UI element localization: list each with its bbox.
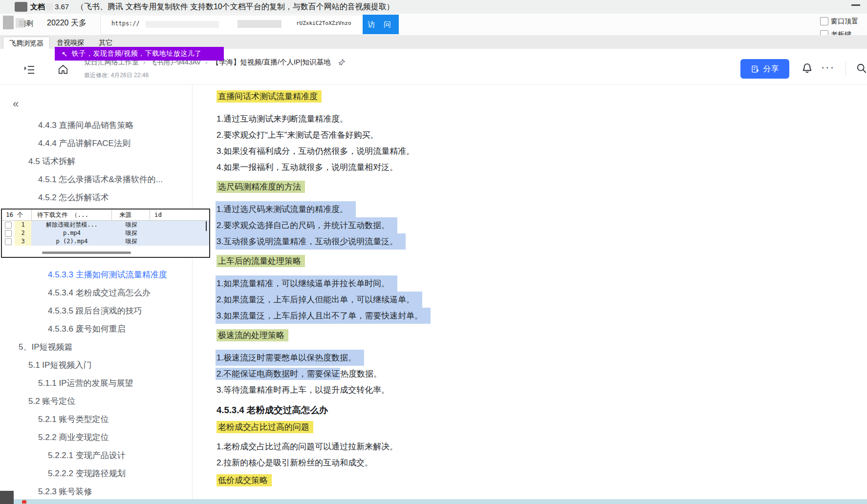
content-paragraph: 2.要求观众打“上车”来测试是否准备好购买。 [217, 127, 686, 143]
sidebar-toc-item[interactable]: 4.5.2 怎么拆解话术 [0, 189, 190, 207]
content-paragraph-selected: 1.如果流量精准，可以继续逼单并拉长单时间。 [216, 275, 397, 292]
content-paragraph-selected: 1.通过选尺码来测试流量的精准度。 [216, 201, 356, 217]
row-checkbox[interactable] [2, 237, 15, 246]
sidebar-toc-item[interactable]: 5.2 账号定位 [0, 392, 190, 410]
row-id [151, 221, 209, 229]
sidebar-toc-item[interactable]: 5.2.2.2 变现路径规划 [0, 464, 190, 483]
blur-redaction [46, 3, 53, 11]
more-menu-icon[interactable]: ··· [821, 62, 835, 73]
row-id [151, 229, 209, 237]
sniffer-tooltip-text: 铁子，发现音频/视频，下载地址放这儿了 [72, 49, 201, 58]
content-paragraph: 3.如果没有福利成分，互动仍然很多，说明流量精准。 [217, 143, 686, 159]
cursor-arrow-icon: ↖ [62, 50, 68, 58]
last-modified: 最近修改: 4月26日 22:46 [84, 71, 149, 80]
toc-list: 4.4.3 直播间单品销售策略4.4.4 产品讲解FACE法则4.5 话术拆解4… [0, 116, 190, 501]
tool-tagline: （飞书、腾讯 文档专用复制软件 支持数10个文档平台的复制，与数百个网站的音视频… [76, 2, 394, 12]
download-list-panel[interactable]: 16 个 待下载文件 （... 来源 id 1解除违规封禁模...嗅探2p.mp… [1, 209, 210, 258]
row-id [151, 237, 209, 246]
doc-content[interactable]: 直播间话术测试流量精准度1.通过互动测试来判断流量精准度。2.要求观众打“上车”… [217, 84, 686, 492]
visit-button[interactable]: 访 问 [363, 15, 399, 34]
header-divider [845, 62, 846, 76]
sidebar-toggle-icon[interactable] [23, 64, 35, 75]
content-paragraph-partial-selected: 2.不能保证电商数据时，需要保证热度数据。 [217, 366, 686, 382]
download-row[interactable]: 1解除违规封禁模...嗅探 [2, 221, 209, 229]
content-paragraph: 4.如果一报福利，互动就很多，说明流量相对泛。 [217, 159, 686, 175]
row-source: 嗅探 [112, 221, 151, 229]
green-highlight: 上车后的流量处理策略 [217, 255, 305, 267]
content-paragraph: 1.通过互动测试来判断流量精准度。 [217, 111, 686, 127]
tool-window-controls: 期剩 20220 天多 https:// rUZxkiC2ToXZzVnzo 访… [0, 14, 867, 35]
horizontal-scrollbar[interactable] [42, 252, 131, 254]
share-icon [751, 65, 759, 73]
content-heading: 极速流的处理策略 [217, 329, 686, 342]
home-icon[interactable] [58, 64, 68, 75]
sidebar-toc-item[interactable]: 5.2.3 账号装修 [0, 483, 190, 501]
content-paragraph-selected: 1.极速流泛时需要憋单以保热度数据。 [216, 350, 364, 366]
content-paragraph: 3.等待流量精准时再上车，以提升成交转化率。 [217, 382, 686, 398]
content-paragraph: 1.老粉成交占比过高的问题可以通过拉新来解决。 [217, 439, 686, 455]
sidebar-toc-item[interactable]: 4.5.1 怎么录播话术&录播软件的... [0, 170, 190, 189]
yellow-highlight: 老粉成交占比过高的问题 [217, 421, 313, 433]
sidebar-toc-item[interactable]: 5、IP短视频篇 [0, 338, 190, 356]
license-days-value: 20220 天多 [47, 18, 87, 28]
content-paragraph: 2.拉新的核心是吸引新粉丝的互动和成交。 [217, 455, 686, 471]
unselected-text: 热度数据。 [340, 369, 382, 378]
blur-redaction [146, 21, 219, 28]
content-heading: 低价成交策略 [217, 474, 686, 487]
window-on-top-label: 窗口顶置 [831, 17, 858, 26]
column-id: id [154, 211, 162, 218]
tool-window-titlebar: 文档 3.67 （飞书、腾讯 文档专用复制软件 支持数10个文档平台的复制，与数… [0, 0, 867, 14]
yellow-highlight: 低价成交策略 [217, 474, 272, 486]
sidebar-toc-item[interactable]: 4.4.4 产品讲解FACE法则 [0, 134, 190, 152]
tool-doc-label: 文档 [30, 2, 45, 12]
minimize-icon[interactable] [851, 4, 860, 6]
share-button[interactable]: 分享 [740, 59, 789, 79]
window-on-top-checkbox[interactable] [820, 17, 828, 25]
pin-icon[interactable] [338, 59, 346, 66]
sidebar-toc-item[interactable]: 4.5.3.6 废号如何重启 [0, 320, 190, 338]
content-subheading: 4.5.3.4 老粉成交过高怎么办 [217, 403, 686, 418]
column-source: 来源 [119, 211, 131, 219]
row-checkbox[interactable] [2, 229, 15, 237]
blur-redaction [16, 18, 24, 28]
taskbar-app-badge [22, 500, 26, 504]
tool-tab[interactable]: 飞腾浏览器 [3, 37, 50, 50]
outline-sidebar: « 4.4.3 直播间单品销售策略4.4.4 产品讲解FACE法则4.5 话术拆… [0, 84, 193, 499]
blur-redaction [3, 16, 14, 29]
sidebar-toc-item[interactable]: 4.5 话术拆解 [0, 152, 190, 170]
search-icon[interactable] [856, 63, 867, 74]
taskbar-corner-box [0, 491, 14, 504]
download-count: 16 个 [6, 211, 23, 219]
download-row[interactable]: 3p (2).mp4嗅探 [2, 237, 209, 246]
collapse-sidebar-icon[interactable]: « [13, 99, 19, 109]
sniffer-tooltip[interactable]: ↖ 铁子，发现音频/视频，下载地址放这儿了 [55, 47, 224, 61]
row-number: 3 [15, 237, 31, 246]
sidebar-toc-item[interactable]: 4.5.3.5 跟后台演戏的技巧 [0, 302, 190, 320]
content-paragraph-selected: 2.如果流量泛，上车后掉人但能出单，可以继续逼单。 [216, 292, 422, 308]
row-filename: p (2).mp4 [31, 237, 112, 246]
sidebar-toc-item[interactable]: 5.2.1 账号类型定位 [0, 410, 190, 428]
green-highlight: 选尺码测精准度的方法 [217, 181, 305, 193]
column-file: 待下载文件 （... [37, 211, 88, 219]
download-row[interactable]: 2p.mp4嗅探 [2, 229, 209, 237]
sidebar-toc-item[interactable]: 5.1.1 IP运营的发展与展望 [0, 374, 190, 392]
download-list-header: 16 个 待下载文件 （... 来源 id [2, 210, 209, 221]
sidebar-toc-item[interactable]: 4.5.3.3 主播如何测试流量精准度 [0, 266, 190, 284]
taskbar-strip [0, 499, 867, 504]
url-input[interactable]: https:// rUZxkiC2ToXZzVnzo [100, 15, 364, 35]
green-highlight: 极速流的处理策略 [217, 329, 288, 341]
sidebar-toc-item[interactable]: 4.5.3.4 老粉成交过高怎么办 [0, 284, 190, 302]
row-number: 2 [15, 229, 31, 237]
content-paragraph-selected: 3.如果流量泛，上车后掉人且出不了单，需要快速封单。 [216, 308, 431, 324]
download-rows: 1解除违规封禁模...嗅探2p.mp4嗅探3p (2).mp4嗅探 [2, 221, 209, 246]
sidebar-toc-item[interactable]: 4.4.3 直播间单品销售策略 [0, 116, 190, 134]
row-filename: p.mp4 [31, 229, 112, 237]
sidebar-toc-item[interactable]: 5.2.2 商业变现定位 [0, 428, 190, 446]
notifications-bell-icon[interactable] [802, 63, 813, 74]
content-heading: 直播间话术测试流量精准度 [217, 90, 686, 103]
url-token: rUZxkiC2ToXZzVnzo [296, 20, 351, 26]
row-checkbox[interactable] [2, 221, 15, 229]
sidebar-toc-item[interactable]: 5.2.2.1 变现产品设计 [0, 446, 190, 464]
row-number: 1 [15, 221, 31, 229]
sidebar-toc-item[interactable]: 5.1 IP短视频入门 [0, 356, 190, 374]
